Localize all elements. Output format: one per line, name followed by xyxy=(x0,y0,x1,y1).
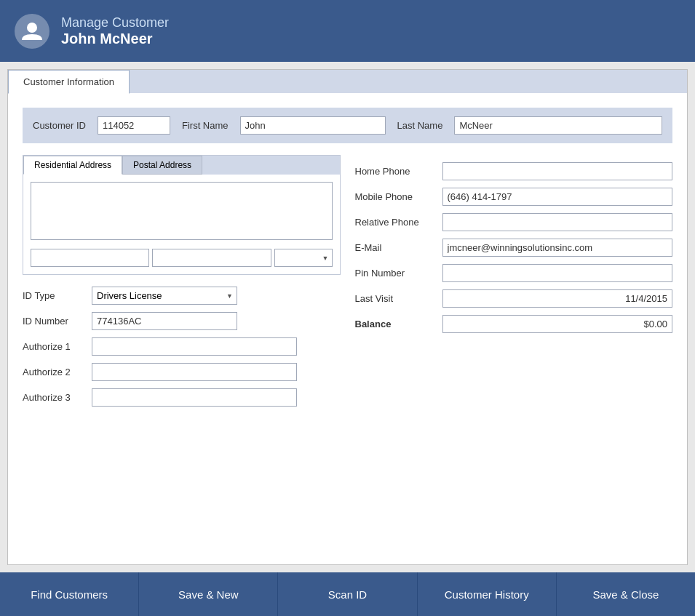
home-phone-label: Home Phone xyxy=(355,166,435,177)
first-name-label: First Name xyxy=(182,120,229,131)
id-number-input[interactable] xyxy=(92,312,237,330)
home-phone-input[interactable] xyxy=(442,162,673,180)
authorize2-label: Authorize 2 xyxy=(23,367,84,377)
authorize1-row: Authorize 1 xyxy=(23,337,341,356)
id-type-row: ID Type Drivers License Passport State I… xyxy=(23,287,341,305)
two-col-layout: Residential Address Postal Address xyxy=(23,155,672,414)
id-number-label: ID Number xyxy=(23,316,84,327)
scan-id-button[interactable]: Scan ID xyxy=(278,572,417,616)
home-phone-row: Home Phone xyxy=(355,162,673,180)
address-body xyxy=(23,175,340,274)
tab-customer-information[interactable]: Customer Information xyxy=(8,70,130,94)
last-visit-input[interactable] xyxy=(442,289,673,308)
authorize1-input[interactable] xyxy=(92,337,297,356)
address-bottom xyxy=(31,249,333,267)
header-text: Manage Customer John McNeer xyxy=(61,15,169,47)
mobile-phone-row: Mobile Phone xyxy=(355,188,673,206)
authorize1-label: Authorize 1 xyxy=(23,341,84,352)
address-section: Residential Address Postal Address xyxy=(23,155,341,275)
authorize3-label: Authorize 3 xyxy=(23,392,84,403)
authorize3-input[interactable] xyxy=(92,388,297,407)
customer-id-row: Customer ID First Name Last Name xyxy=(23,108,672,143)
id-type-select-wrapper: Drivers License Passport State ID Milita… xyxy=(92,287,237,305)
address-textarea[interactable] xyxy=(31,182,333,240)
address-tabs: Residential Address Postal Address xyxy=(23,156,340,175)
mobile-phone-input[interactable] xyxy=(442,188,673,206)
last-name-input[interactable] xyxy=(454,116,662,135)
authorize2-input[interactable] xyxy=(92,363,297,381)
email-row: E-Mail xyxy=(355,239,673,257)
form-content: Customer ID First Name Last Name Residen… xyxy=(8,93,687,428)
tab-container: Customer Information Customer ID First N… xyxy=(7,69,688,565)
relative-phone-label: Relative Phone xyxy=(355,217,435,228)
customer-history-button[interactable]: Customer History xyxy=(418,572,557,616)
header-subtitle: John McNeer xyxy=(61,31,169,47)
footer: Find Customers Save & New Scan ID Custom… xyxy=(0,572,695,616)
first-name-input[interactable] xyxy=(240,116,386,135)
pin-number-row: Pin Number xyxy=(355,264,673,282)
city-input[interactable] xyxy=(31,249,149,267)
zip-select[interactable] xyxy=(274,249,333,267)
right-column: Home Phone Mobile Phone Relative Phone xyxy=(355,155,673,414)
svg-point-0 xyxy=(27,23,37,33)
email-label: E-Mail xyxy=(355,242,435,253)
save-close-button[interactable]: Save & Close xyxy=(557,572,695,616)
relative-phone-input[interactable] xyxy=(442,213,673,231)
main-content: Customer Information Customer ID First N… xyxy=(0,62,695,572)
id-type-select[interactable]: Drivers License Passport State ID Milita… xyxy=(92,287,237,305)
pin-number-label: Pin Number xyxy=(355,268,435,279)
last-visit-label: Last Visit xyxy=(355,293,435,304)
mobile-phone-label: Mobile Phone xyxy=(355,191,435,202)
relative-phone-row: Relative Phone xyxy=(355,213,673,231)
left-column: Residential Address Postal Address xyxy=(23,155,341,414)
last-name-label: Last Name xyxy=(397,120,443,131)
last-visit-row: Last Visit xyxy=(355,289,673,308)
tab-postal-address[interactable]: Postal Address xyxy=(122,156,202,175)
id-type-label: ID Type xyxy=(23,290,84,301)
email-input[interactable] xyxy=(442,239,673,257)
pin-number-input[interactable] xyxy=(442,264,673,282)
balance-row: Balance xyxy=(355,315,673,333)
id-number-row: ID Number xyxy=(23,312,341,330)
find-customers-button[interactable]: Find Customers xyxy=(0,572,139,616)
tab-residential-address[interactable]: Residential Address xyxy=(23,156,122,175)
person-icon xyxy=(15,14,49,49)
zip-select-wrapper xyxy=(274,249,333,267)
balance-label: Balance xyxy=(355,319,435,329)
authorize2-row: Authorize 2 xyxy=(23,363,341,381)
save-new-button[interactable]: Save & New xyxy=(139,572,278,616)
customer-id-input[interactable] xyxy=(98,116,170,135)
header: Manage Customer John McNeer xyxy=(0,0,695,62)
tabs: Customer Information xyxy=(8,70,687,93)
header-title: Manage Customer xyxy=(61,15,169,31)
authorize3-row: Authorize 3 xyxy=(23,388,341,407)
balance-value xyxy=(442,315,673,333)
customer-id-label: Customer ID xyxy=(33,120,86,131)
state-input[interactable] xyxy=(152,249,271,267)
